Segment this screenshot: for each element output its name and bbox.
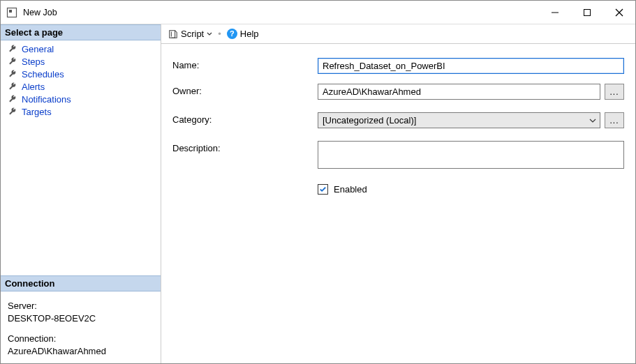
page-item-label: Steps xyxy=(22,56,45,67)
page-item-alerts[interactable]: Alerts xyxy=(1,80,161,93)
page-item-schedules[interactable]: Schedules xyxy=(1,68,161,80)
category-value: [Uncategorized (Local)] xyxy=(318,112,600,128)
svg-rect-1 xyxy=(9,10,12,13)
help-button[interactable]: ? Help xyxy=(227,29,259,39)
enabled-label: Enabled xyxy=(334,184,367,195)
name-input[interactable] xyxy=(318,58,624,74)
page-item-steps[interactable]: Steps xyxy=(1,55,161,68)
owner-input[interactable] xyxy=(318,84,600,100)
help-label: Help xyxy=(240,29,259,39)
titlebar: New Job xyxy=(1,1,635,24)
wrench-icon xyxy=(8,82,17,91)
wrench-icon xyxy=(8,56,17,66)
connection-value: AzureAD\KhawarAhmed xyxy=(8,345,154,358)
form-area: Name: Owner: ... Category: xyxy=(161,44,635,363)
description-textarea[interactable] xyxy=(318,141,624,169)
wrench-icon xyxy=(8,107,17,116)
new-job-window: New Job Select a page General Steps xyxy=(0,0,636,364)
page-item-label: General xyxy=(22,44,54,54)
select-page-header: Select a page xyxy=(1,24,161,40)
page-item-general[interactable]: General xyxy=(1,43,161,55)
window-title: New Job xyxy=(23,8,57,17)
owner-browse-button[interactable]: ... xyxy=(605,84,624,100)
sidebar: Select a page General Steps Schedules Al… xyxy=(1,24,161,363)
page-list: General Steps Schedules Alerts Notificat… xyxy=(1,40,161,120)
owner-label: Owner: xyxy=(172,84,318,96)
script-dropdown[interactable]: Script xyxy=(168,29,212,39)
name-label: Name: xyxy=(172,58,318,70)
help-icon: ? xyxy=(227,29,237,39)
page-item-label: Schedules xyxy=(22,69,64,79)
maximize-button[interactable] xyxy=(571,1,603,24)
connection-info: Server: DESKTOP-8EOEV2C Connection: Azur… xyxy=(1,291,161,363)
app-icon xyxy=(6,7,17,18)
enabled-checkbox[interactable] xyxy=(318,184,328,195)
svg-rect-6 xyxy=(170,30,175,38)
description-label: Description: xyxy=(172,141,318,153)
close-button[interactable] xyxy=(603,1,635,24)
server-label: Server: xyxy=(8,300,154,312)
chevron-down-icon xyxy=(586,113,600,128)
wrench-icon xyxy=(8,94,17,104)
script-icon xyxy=(168,29,178,39)
wrench-icon xyxy=(8,44,17,54)
wrench-icon xyxy=(8,69,17,79)
script-label: Script xyxy=(181,29,204,39)
minimize-button[interactable] xyxy=(539,1,571,24)
page-item-targets[interactable]: Targets xyxy=(1,105,161,118)
category-select[interactable]: [Uncategorized (Local)] xyxy=(318,112,600,128)
page-item-notifications[interactable]: Notifications xyxy=(1,93,161,105)
svg-rect-3 xyxy=(584,9,591,15)
chevron-down-icon xyxy=(207,31,212,37)
toolbar-separator: • xyxy=(218,29,221,39)
server-value: DESKTOP-8EOEV2C xyxy=(8,312,154,325)
page-item-label: Targets xyxy=(22,107,52,117)
connection-label: Connection: xyxy=(8,333,154,345)
content-panel: Script • ? Help Name: Owner: xyxy=(161,24,635,363)
page-item-label: Alerts xyxy=(22,82,45,92)
page-item-label: Notifications xyxy=(22,94,71,105)
toolbar: Script • ? Help xyxy=(161,24,635,44)
category-label: Category: xyxy=(172,112,318,125)
connection-header: Connection xyxy=(1,275,161,291)
category-browse-button[interactable]: ... xyxy=(605,112,624,128)
